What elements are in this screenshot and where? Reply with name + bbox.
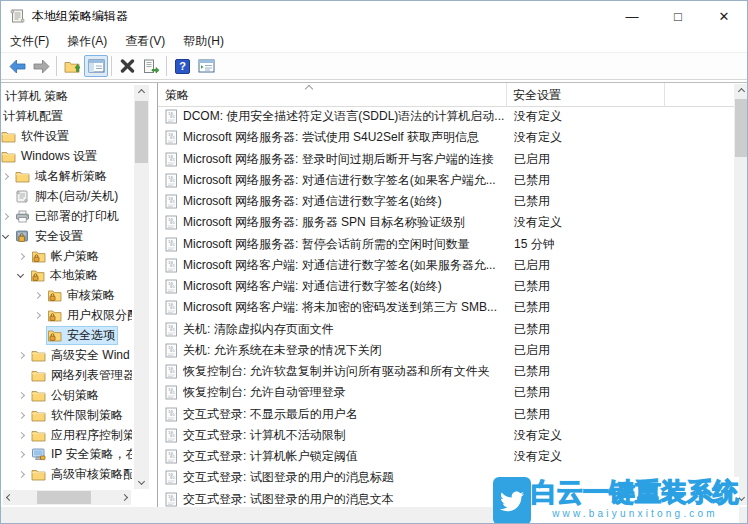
tree-item[interactable]: Windows 设置 [1, 147, 132, 167]
tree-item[interactable]: 安全设置 [1, 226, 132, 246]
folder-lock-icon [30, 269, 48, 282]
scroll-right-icon[interactable] [118, 490, 131, 505]
chevron-right-icon[interactable] [17, 413, 31, 418]
folder-icon [31, 389, 49, 402]
tree-item[interactable]: 高级审核策略配 [1, 465, 132, 485]
table-row[interactable]: 1001交互式登录: 计算机不活动限制没有定义 [158, 425, 734, 446]
table-row[interactable]: 1001Microsoft 网络服务器: 对通信进行数字签名(始终)已禁用 [158, 191, 734, 212]
svg-text:01: 01 [170, 263, 175, 268]
menu-item[interactable]: 查看(V) [116, 30, 174, 53]
table-row[interactable]: 1001Microsoft 网络客户端: 将未加密的密码发送到第三方 SMB..… [158, 297, 734, 318]
chevron-right-icon[interactable] [33, 313, 47, 318]
security-setting-value: 已禁用 [514, 384, 550, 401]
menu-item[interactable]: 操作(A) [58, 30, 116, 53]
chevron-down-icon[interactable] [1, 235, 15, 238]
table-row[interactable]: 1001交互式登录: 不显示最后的用户名已禁用 [158, 404, 734, 425]
tree-item[interactable]: 本地策略 [1, 266, 132, 286]
table-row[interactable]: 1001恢复控制台: 允许自动管理登录已禁用 [158, 382, 734, 403]
folder-icon [31, 429, 49, 442]
list-header: 策略 安全设置 [158, 83, 734, 107]
chevron-right-icon[interactable] [17, 353, 31, 358]
properties-window-icon[interactable] [194, 55, 218, 77]
table-row[interactable]: 1001Microsoft 网络服务器: 对通信进行数字签名(如果客户端允...… [158, 170, 734, 191]
chevron-right-icon[interactable] [1, 214, 15, 219]
scroll-down-icon[interactable] [134, 476, 149, 489]
table-row[interactable]: 1001Microsoft 网络客户端: 对通信进行数字签名(如果服务器允...… [158, 255, 734, 276]
table-row[interactable]: 1001恢复控制台: 允许软盘复制并访问所有驱动器和所有文件夹已禁用 [158, 361, 734, 382]
policy-name: Microsoft 网络服务器: 登录时间过期后断开与客户端的连接 [183, 151, 513, 168]
column-header-policy[interactable]: 策略 [158, 83, 506, 107]
chevron-right-icon[interactable] [1, 174, 15, 179]
close-button[interactable]: ✕ [701, 1, 747, 31]
policy-doc-icon: 1001 [165, 173, 183, 188]
tree-horizontal-scrollbar[interactable] [3, 490, 131, 505]
tree-vertical-scrollbar[interactable] [134, 85, 149, 489]
list-scrollbar-thumb[interactable] [735, 99, 747, 157]
tree-hscrollbar-thumb[interactable] [37, 491, 91, 504]
table-row[interactable]: 1001Microsoft 网络服务器: 尝试使用 S4U2Self 获取声明信… [158, 127, 734, 148]
table-row[interactable]: 1001关机: 允许系统在未登录的情况下关闭已启用 [158, 340, 734, 361]
tree-item[interactable]: 计算机配置 [1, 107, 132, 127]
tree-item[interactable]: 软件设置 [1, 127, 132, 147]
up-folder-icon[interactable] [60, 55, 84, 77]
help-icon[interactable]: ? [170, 55, 194, 77]
chevron-right-icon[interactable] [17, 393, 31, 398]
menu-item[interactable]: 文件(F) [1, 30, 58, 53]
tree-item[interactable]: 高级安全 Wind [1, 346, 132, 366]
maximize-button[interactable]: □ [655, 1, 701, 31]
table-row[interactable]: 1001Microsoft 网络服务器: 暂停会话前所需的空闲时间数量15 分钟 [158, 234, 734, 255]
tree-item[interactable]: 应用程序控制策 [1, 425, 132, 445]
menu-item[interactable]: 帮助(H) [174, 30, 233, 53]
tree-item-label: 高级安全 Wind [49, 347, 132, 364]
chevron-right-icon[interactable] [17, 433, 31, 438]
forward-arrow-icon[interactable] [29, 55, 53, 77]
table-row[interactable]: 1001关机: 清除虚拟内存页面文件已禁用 [158, 319, 734, 340]
tree-item[interactable]: 公钥策略 [1, 385, 132, 405]
policy-name: 交互式登录: 计算机帐户锁定阈值 [183, 448, 513, 465]
scroll-left-icon[interactable] [3, 490, 16, 505]
folder-lock-icon [47, 329, 65, 342]
tree-item[interactable]: 网络列表管理器 [1, 365, 132, 385]
tree-item[interactable]: 域名解析策略 [1, 167, 132, 187]
tree-item[interactable]: 已部署的打印机 [1, 206, 132, 226]
twitter-bird-icon [493, 477, 531, 524]
svg-text:01: 01 [170, 242, 175, 247]
tree-item[interactable]: 帐户策略 [1, 246, 132, 266]
tree-item[interactable]: IP 安全策略，在 [1, 445, 132, 465]
tree-item-label: 帐户策略 [49, 248, 101, 265]
scroll-up-icon[interactable] [134, 85, 149, 98]
back-arrow-icon[interactable] [5, 55, 29, 77]
tree-item[interactable]: 审核策略 [1, 286, 132, 306]
policy-name: 关机: 清除虚拟内存页面文件 [183, 321, 513, 338]
tree-item[interactable]: 脚本(启动/关机) [1, 186, 132, 206]
table-row[interactable]: 1001Microsoft 网络服务器: 登录时间过期后断开与客户端的连接已启用 [158, 149, 734, 170]
scroll-up-icon[interactable] [734, 84, 748, 97]
table-row[interactable]: 1001交互式登录: 计算机帐户锁定阈值没有定义 [158, 446, 734, 467]
minimize-button[interactable]: — [609, 1, 655, 31]
tree-item[interactable]: 计算机 策略 [1, 87, 132, 107]
tree-scrollbar-thumb[interactable] [135, 101, 148, 163]
chevron-right-icon[interactable] [33, 293, 47, 298]
delete-x-icon[interactable] [115, 55, 139, 77]
chevron-right-icon[interactable] [17, 472, 31, 477]
chevron-right-icon[interactable] [17, 452, 31, 457]
column-header-setting[interactable]: 安全设置 [506, 83, 664, 107]
tree-item[interactable]: 软件限制策略 [1, 405, 132, 425]
export-list-icon[interactable] [139, 55, 163, 77]
toolbar-separator [166, 56, 167, 76]
table-row[interactable]: 1001Microsoft 网络服务器: 服务器 SPN 目标名称验证级别没有定… [158, 212, 734, 233]
table-row[interactable]: 1001Microsoft 网络客户端: 对通信进行数字签名(始终)已禁用 [158, 276, 734, 297]
console-tree-toggle-icon[interactable] [84, 55, 108, 77]
tree-item[interactable]: 用户权限分配 [1, 306, 132, 326]
svg-text:01: 01 [170, 476, 175, 481]
table-row[interactable]: 1001DCOM: 使用安全描述符定义语言(SDDL)语法的计算机启动...没有… [158, 106, 734, 127]
list-vertical-scrollbar[interactable] [734, 84, 748, 505]
folder-icon [31, 369, 49, 382]
chevron-right-icon[interactable] [17, 254, 31, 259]
folder-icon [1, 130, 19, 143]
security-setting-value: 没有定义 [514, 108, 562, 125]
chevron-down-icon[interactable] [16, 274, 30, 277]
policy-doc-icon: 1001 [165, 449, 183, 464]
policy-name: 恢复控制台: 允许自动管理登录 [183, 384, 513, 401]
tree-item[interactable]: 安全选项 [1, 326, 132, 346]
